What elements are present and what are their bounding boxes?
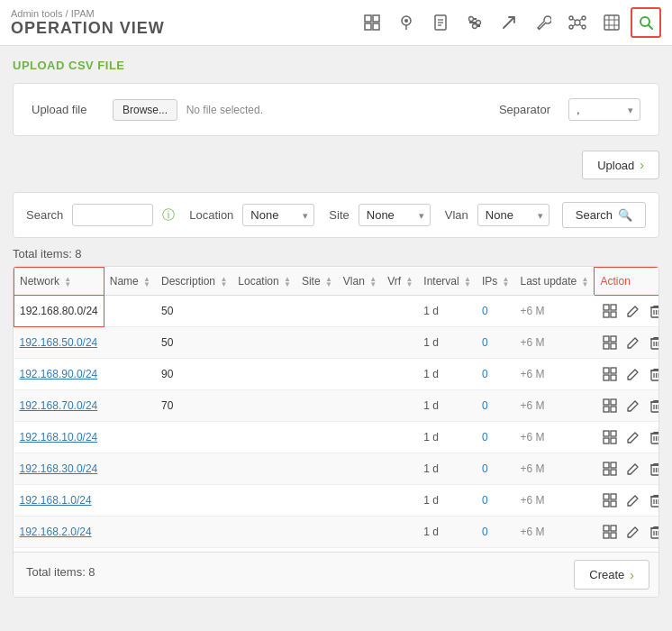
search-button[interactable]: Search 🔍 xyxy=(562,202,646,228)
action-edit-icon[interactable] xyxy=(623,301,643,321)
wrench-icon[interactable] xyxy=(528,7,558,38)
action-edit-icon[interactable] xyxy=(623,427,643,447)
action-edit-icon[interactable] xyxy=(623,522,643,542)
vlan-filter-wrap[interactable]: None xyxy=(477,204,549,226)
action-grid-icon[interactable] xyxy=(600,396,620,416)
action-grid-icon[interactable] xyxy=(600,522,620,542)
svg-rect-51 xyxy=(611,368,616,373)
col-network[interactable]: Network ▲▼ xyxy=(14,268,104,296)
tools-icon[interactable] xyxy=(459,7,490,38)
action-edit-icon[interactable] xyxy=(623,333,643,352)
cell-network[interactable]: 192.168.10.0/24 xyxy=(14,422,104,453)
site-select[interactable]: None xyxy=(359,204,431,226)
browse-btn[interactable]: Browse... No file selected. xyxy=(113,99,263,121)
col-location[interactable]: Location ▲▼ xyxy=(232,268,296,296)
cell-name xyxy=(104,359,156,390)
col-vlan[interactable]: Vlan ▲▼ xyxy=(338,268,382,296)
location-icon[interactable] xyxy=(391,7,422,38)
cell-ips[interactable]: 0 xyxy=(477,422,515,453)
svg-point-20 xyxy=(582,25,586,29)
network-icon[interactable] xyxy=(562,7,593,38)
action-edit-icon[interactable] xyxy=(623,396,643,416)
svg-rect-2 xyxy=(365,23,371,30)
action-delete-icon[interactable] xyxy=(647,301,659,321)
action-grid-icon[interactable] xyxy=(600,301,620,321)
cell-ips[interactable]: 0 xyxy=(477,485,515,517)
breadcrumb-admin[interactable]: Admin tools xyxy=(11,8,62,19)
action-grid-icon[interactable] xyxy=(600,490,620,510)
action-delete-icon[interactable] xyxy=(647,333,659,352)
col-vrf[interactable]: Vrf ▲▼ xyxy=(382,268,418,296)
separator-wrap[interactable]: , ; | xyxy=(568,98,640,121)
search-icon-header[interactable] xyxy=(631,7,661,38)
svg-rect-50 xyxy=(604,368,609,373)
action-grid-icon[interactable] xyxy=(600,459,620,479)
action-delete-icon[interactable] xyxy=(647,490,659,510)
export-icon[interactable] xyxy=(425,7,456,38)
cell-ips[interactable]: 0 xyxy=(477,359,515,390)
cell-name xyxy=(104,453,156,485)
breadcrumb-current[interactable]: IPAM xyxy=(71,8,95,19)
action-edit-icon[interactable] xyxy=(623,364,643,384)
action-delete-icon[interactable] xyxy=(647,459,659,479)
table-icon[interactable] xyxy=(357,7,387,38)
upload-button[interactable]: Upload › xyxy=(582,151,659,179)
cell-network[interactable]: 192.168.50.0/24 xyxy=(14,327,104,359)
cell-ips[interactable]: 0 xyxy=(477,296,515,327)
svg-line-22 xyxy=(579,19,582,21)
action-delete-icon[interactable] xyxy=(647,396,659,416)
cell-vlan xyxy=(338,422,382,453)
cell-network[interactable]: 192.168.1.0/24 xyxy=(14,485,104,517)
cell-network[interactable]: 192.168.90.0/24 xyxy=(14,359,104,390)
vlan-select[interactable]: None xyxy=(477,204,549,226)
cell-network[interactable]: 192.168.2.0/24 xyxy=(14,517,104,548)
table-header: Network ▲▼ Name ▲▼ Description ▲▼ Locati… xyxy=(14,268,660,296)
action-grid-icon[interactable] xyxy=(600,427,620,447)
separator-select[interactable]: , ; | xyxy=(568,98,640,121)
col-description[interactable]: Description ▲▼ xyxy=(156,268,232,296)
cell-location xyxy=(232,485,296,517)
create-button[interactable]: Create › xyxy=(574,560,649,590)
cell-network[interactable]: 192.168.70.0/24 xyxy=(14,390,104,422)
col-site[interactable]: Site ▲▼ xyxy=(296,268,338,296)
cell-description xyxy=(156,485,232,517)
cell-location xyxy=(232,359,296,390)
cell-network[interactable]: 192.168.80.0/24 xyxy=(14,296,104,327)
col-interval[interactable]: Interval ▲▼ xyxy=(418,268,477,296)
header-left: Admin tools / IPAM OPERATION VIEW xyxy=(11,8,165,38)
cell-location xyxy=(232,327,296,359)
action-delete-icon[interactable] xyxy=(647,522,659,542)
cell-name xyxy=(104,327,156,359)
action-edit-icon[interactable] xyxy=(623,459,643,479)
cell-ips[interactable]: 0 xyxy=(477,390,515,422)
browse-button[interactable]: Browse... xyxy=(113,99,177,121)
header-icons xyxy=(357,7,661,38)
cell-vrf xyxy=(382,422,418,453)
svg-rect-68 xyxy=(604,431,609,436)
location-filter-wrap[interactable]: None xyxy=(242,204,314,226)
action-grid-icon[interactable] xyxy=(600,364,620,384)
info-icon[interactable]: ⓘ xyxy=(162,207,175,224)
cell-network[interactable]: 192.168.30.0/24 xyxy=(14,453,104,485)
site-filter-wrap[interactable]: None xyxy=(359,204,431,226)
action-grid-icon[interactable] xyxy=(600,333,620,352)
action-delete-icon[interactable] xyxy=(647,427,659,447)
location-select[interactable]: None xyxy=(242,204,314,226)
action-delete-icon[interactable] xyxy=(647,364,659,384)
action-edit-icon[interactable] xyxy=(623,490,643,510)
col-name[interactable]: Name ▲▼ xyxy=(104,268,156,296)
svg-rect-61 xyxy=(604,407,609,412)
col-last-update[interactable]: Last update ▲▼ xyxy=(515,268,595,296)
search-input[interactable] xyxy=(72,204,153,226)
footer-row: Total items: 8 Create › xyxy=(14,552,658,597)
upload-label: Upload file xyxy=(32,103,95,116)
cell-ips[interactable]: 0 xyxy=(477,517,515,548)
svg-rect-99 xyxy=(651,528,659,538)
cell-ips[interactable]: 0 xyxy=(477,327,515,359)
no-file-label: No file selected. xyxy=(186,104,263,116)
cell-last-update: +6 M xyxy=(515,517,595,548)
arrow-icon[interactable] xyxy=(494,7,524,38)
col-ips[interactable]: IPs ▲▼ xyxy=(477,268,515,296)
cell-ips[interactable]: 0 xyxy=(477,453,515,485)
grid-icon[interactable] xyxy=(596,7,627,38)
